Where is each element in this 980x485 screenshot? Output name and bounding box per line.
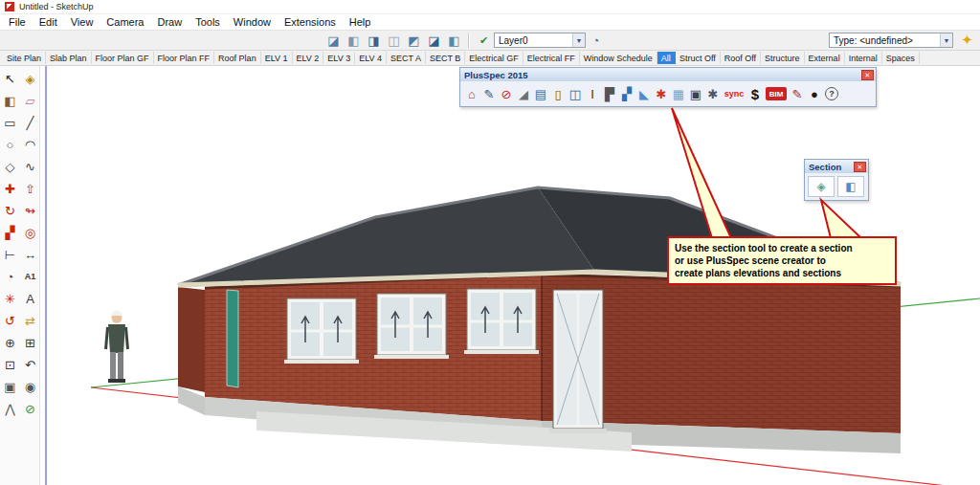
scene-tab-elv-1[interactable]: ELV 1: [261, 52, 293, 64]
scene-tab-electrical-ff[interactable]: Electrical FF: [523, 52, 580, 64]
plusspec-key-icon[interactable]: ⊘: [498, 83, 515, 104]
scene-tab-elv-3[interactable]: ELV 3: [323, 52, 355, 64]
standard-view-icon-7[interactable]: ◧: [444, 32, 464, 49]
text-tool[interactable]: A1: [20, 266, 40, 288]
plusspec-structure-box-icon[interactable]: ▣: [687, 83, 704, 104]
previous-view-tool[interactable]: ↶: [20, 354, 40, 376]
freehand-tool[interactable]: ∿: [20, 156, 40, 178]
walk-tool[interactable]: ⋀: [0, 398, 20, 420]
plusspec-bim-icon[interactable]: BIM: [766, 87, 787, 100]
standard-view-icon-1[interactable]: ◪: [323, 32, 344, 49]
section-titlebar[interactable]: Section ✕: [805, 160, 868, 173]
line-tool[interactable]: ╱: [20, 112, 40, 134]
menu-tools[interactable]: Tools: [189, 16, 227, 28]
zoom-window-tool[interactable]: ⊞: [20, 332, 40, 354]
plusspec-stairs-tool-icon[interactable]: ▞: [618, 83, 635, 104]
scene-tab-sect-a[interactable]: SECT A: [387, 52, 426, 64]
push-pull-tool[interactable]: ⇧: [20, 178, 40, 200]
tape-measure-tool[interactable]: ⊢: [0, 244, 20, 266]
look-around-tool[interactable]: ◉: [20, 376, 40, 398]
plusspec-window-tool-icon[interactable]: ◫: [567, 83, 584, 104]
circle-tool[interactable]: ○: [0, 134, 20, 156]
viewport-canvas[interactable]: PlusSpec 2015 ✕ ⌂✎⊘◢▤▯◫I▛▞◣✱▦▣✱sync$BIM✎…: [40, 66, 980, 485]
menu-view[interactable]: View: [64, 16, 100, 28]
plusspec-scene-creator-icon[interactable]: ✱: [653, 83, 670, 104]
section-plane-tool[interactable]: ⊘: [20, 398, 40, 420]
polygon-tool[interactable]: ◇: [0, 156, 20, 178]
eraser-tool[interactable]: ▱: [20, 90, 40, 112]
follow-me-tool[interactable]: ↬: [20, 200, 40, 222]
menu-draw[interactable]: Draw: [150, 16, 189, 28]
close-icon[interactable]: ✕: [854, 162, 866, 172]
standard-view-icon-3[interactable]: ◨: [364, 32, 384, 49]
plusspec-column-tool-icon[interactable]: I: [584, 83, 601, 104]
scene-tab-all[interactable]: All: [657, 52, 676, 64]
menu-camera[interactable]: Camera: [100, 16, 150, 28]
rotate-tool[interactable]: ↻: [0, 200, 20, 222]
dynamic-component-icon[interactable]: ✦: [957, 32, 977, 49]
section-display-toggle-icon[interactable]: ◧: [837, 176, 864, 197]
section-plane-tool-icon[interactable]: ◈: [808, 176, 835, 197]
layer-visibility-check-icon[interactable]: ✔: [474, 32, 494, 49]
menu-extensions[interactable]: Extensions: [278, 16, 343, 28]
standard-view-icon-5[interactable]: ◩: [404, 32, 424, 49]
plusspec-grid-icon[interactable]: ▦: [670, 83, 687, 104]
scene-tab-structure[interactable]: Structure: [761, 52, 805, 64]
plusspec-door-tool-icon[interactable]: ▯: [549, 83, 567, 104]
rectangle-tool[interactable]: ▭: [0, 112, 20, 134]
standard-view-icon-4[interactable]: ◫: [384, 32, 404, 49]
plusspec-spec-document-icon[interactable]: ✎: [480, 83, 498, 104]
offset-tool[interactable]: ◎: [20, 222, 40, 244]
type-combo[interactable]: Type: <undefined> ▼: [829, 33, 953, 48]
plusspec-cost-dollar-icon[interactable]: $: [746, 83, 764, 104]
menu-help[interactable]: Help: [343, 16, 378, 28]
scene-tab-electrical-gf[interactable]: Electrical GF: [465, 52, 523, 64]
chevron-down-icon[interactable]: ▼: [572, 33, 585, 47]
scene-tab-floor-plan-ff[interactable]: Floor Plan FF: [154, 52, 215, 64]
house-model[interactable]: [178, 187, 901, 453]
scale-tool[interactable]: ▞: [0, 222, 20, 244]
scene-tab-struct-off[interactable]: Struct Off: [676, 52, 721, 64]
orbit-tool[interactable]: ↺: [0, 310, 20, 332]
scene-tab-site-plan[interactable]: Site Plan: [3, 52, 46, 64]
scene-tab-window-schedule[interactable]: Window Schedule: [580, 52, 657, 64]
scene-tab-elv-2[interactable]: ELV 2: [293, 52, 324, 64]
plusspec-titlebar[interactable]: PlusSpec 2015 ✕: [460, 68, 876, 81]
plusspec-render-sphere-icon[interactable]: ●: [806, 83, 823, 104]
plusspec-help-icon[interactable]: ?: [825, 87, 838, 100]
layer-manager-icon[interactable]: ◔: [586, 32, 606, 49]
plusspec-ledger-icon[interactable]: ▤: [532, 83, 549, 104]
zoom-tool[interactable]: ⊕: [0, 332, 20, 354]
plusspec-wall-tool-icon[interactable]: ▛: [601, 83, 618, 104]
scene-tab-spaces[interactable]: Spaces: [882, 52, 920, 64]
standard-view-icon-2[interactable]: ◧: [344, 32, 364, 49]
scene-tab-internal[interactable]: Internal: [845, 52, 882, 64]
layer-combo[interactable]: Layer0 ▼: [494, 33, 586, 48]
scene-tab-external[interactable]: External: [805, 52, 845, 64]
scene-tab-slab-plan[interactable]: Slab Plan: [46, 52, 92, 64]
scene-tab-sect-b[interactable]: SECT B: [426, 52, 465, 64]
person-figure[interactable]: [106, 311, 128, 384]
dimension-tool[interactable]: ↔: [20, 244, 40, 266]
plusspec-estimate-truck-icon[interactable]: ⌂: [463, 83, 480, 104]
position-camera-tool[interactable]: ▣: [0, 376, 20, 398]
arc-tool[interactable]: ◠: [20, 134, 40, 156]
plusspec-annotate-pencil-icon[interactable]: ✎: [789, 83, 806, 104]
make-component-tool[interactable]: ◈: [20, 68, 40, 90]
protractor-tool[interactable]: ◔: [0, 266, 20, 288]
scene-tab-elv-4[interactable]: ELV 4: [355, 52, 387, 64]
axes-tool[interactable]: ✳: [0, 288, 20, 310]
scene-tab-roof-plan[interactable]: Roof Plan: [214, 52, 261, 64]
menu-file[interactable]: File: [2, 16, 33, 28]
menu-edit[interactable]: Edit: [33, 16, 64, 28]
plusspec-sync-label[interactable]: sync: [722, 83, 746, 104]
scene-tab-roof-off[interactable]: Roof Off: [721, 52, 761, 64]
chevron-down-icon[interactable]: ▼: [940, 33, 952, 47]
3d-text-tool[interactable]: A: [20, 288, 40, 310]
zoom-extents-tool[interactable]: ⊡: [0, 354, 20, 376]
scene-tab-floor-plan-gf[interactable]: Floor Plan GF: [92, 52, 154, 64]
plusspec-settings-gear-icon[interactable]: ✱: [704, 83, 722, 104]
standard-view-icon-6[interactable]: ◪: [424, 32, 444, 49]
plusspec-roof-tool-icon[interactable]: ◢: [515, 83, 532, 104]
menu-window[interactable]: Window: [227, 16, 278, 28]
